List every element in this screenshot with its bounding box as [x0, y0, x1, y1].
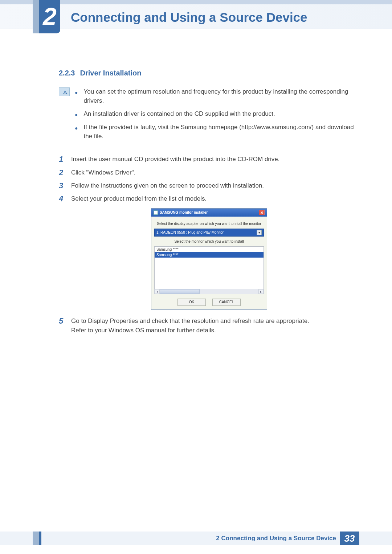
note-text: You can set the optimum resolution and f… [83, 87, 359, 105]
cancel-button[interactable]: CANCEL [212, 299, 241, 306]
step-4: 4 Select your product model from the lis… [59, 194, 359, 204]
scroll-left-icon[interactable]: ◂ [155, 289, 160, 294]
note-text: An installation driver is contained on t… [83, 110, 275, 119]
installer-screenshot: SAMSUNG monitor installer ✕ Select the d… [59, 208, 359, 310]
step-3: 3 Follow the instructions given on the s… [59, 181, 359, 190]
note-item: ● If the file provided is faulty, visit … [75, 123, 359, 141]
step-5: 5 Go to Display Properties and check tha… [59, 316, 359, 336]
page-number: 33 [340, 532, 359, 545]
bullet-icon: ● [75, 87, 78, 105]
note-text: If the file provided is faulty, visit th… [83, 123, 359, 141]
chevron-down-icon[interactable]: ▾ [257, 230, 262, 235]
scroll-track[interactable] [200, 289, 258, 294]
page-footer: 2 Connecting and Using a Source Device 3… [0, 532, 392, 545]
chapter-title: Connecting and Using a Source Device [71, 10, 307, 25]
step-text: Select your product model from the list … [71, 194, 359, 204]
horizontal-scrollbar[interactable]: ◂ ▸ [154, 289, 264, 294]
header-accent-bar [33, 0, 39, 33]
footer-chapter-label: 2 Connecting and Using a Source Device [216, 535, 336, 542]
installer-titlebar: SAMSUNG monitor installer ✕ [151, 209, 267, 217]
bullet-icon: ● [75, 110, 78, 119]
step-text: Click "Windows Driver". [71, 168, 359, 177]
note-list: ● You can set the optimum resolution and… [75, 87, 359, 145]
footer-accent-bar [33, 532, 39, 545]
step-list: 1 Insert the user manual CD provided wit… [59, 155, 359, 204]
window-system-icon [154, 210, 158, 215]
installer-adapter-label: Select the display adapter on which you … [154, 222, 264, 226]
section-heading: 2.2.3Driver Installation [59, 69, 359, 77]
note-block: ● You can set the optimum resolution and… [59, 87, 359, 145]
step-text: Insert the user manual CD provided with … [71, 155, 359, 164]
monitor-listbox[interactable]: Samsung **** Samsung **** [154, 246, 264, 289]
installer-title: SAMSUNG monitor installer [160, 210, 208, 214]
step-number: 3 [59, 181, 65, 190]
step-text: Follow the instructions given on the scr… [71, 181, 359, 190]
scroll-thumb[interactable] [160, 289, 200, 294]
step-2: 2 Click "Windows Driver". [59, 168, 359, 177]
step-1: 1 Insert the user manual CD provided wit… [59, 155, 359, 164]
step-number: 1 [59, 155, 65, 164]
list-item[interactable]: Samsung **** [155, 247, 264, 252]
list-item-selected[interactable]: Samsung **** [155, 252, 264, 258]
bullet-icon: ● [75, 123, 78, 141]
footer-accent-cap [39, 532, 41, 545]
chapter-number-badge: 2 [39, 0, 60, 33]
installer-window: SAMSUNG monitor installer ✕ Select the d… [151, 208, 267, 310]
installer-monitor-label: Select the monitor which you want to ins… [154, 239, 264, 243]
installer-button-row: OK CANCEL [154, 299, 264, 306]
adapter-selected-value: 1. RADEON 9550 : Plug and Play Monitor [156, 230, 224, 234]
note-icon [59, 87, 70, 96]
adapter-dropdown[interactable]: 1. RADEON 9550 : Plug and Play Monitor ▾ [154, 229, 264, 237]
close-icon[interactable]: ✕ [259, 210, 265, 215]
installer-body: Select the display adapter on which you … [151, 217, 267, 309]
step-text: Go to Display Properties and check that … [71, 316, 359, 336]
step-number: 5 [59, 316, 65, 336]
step-list-continued: 5 Go to Display Properties and check tha… [59, 316, 359, 336]
step-number: 4 [59, 194, 65, 204]
ok-button[interactable]: OK [177, 299, 206, 306]
note-item: ● An installation driver is contained on… [75, 110, 359, 119]
section-title: Driver Installation [80, 69, 141, 77]
note-item: ● You can set the optimum resolution and… [75, 87, 359, 105]
step-number: 2 [59, 168, 65, 177]
page-body: 2.2.3Driver Installation ● You can set t… [59, 69, 359, 339]
chapter-header: 2 Connecting and Using a Source Device [0, 4, 392, 29]
scroll-right-icon[interactable]: ▸ [258, 289, 264, 294]
section-number: 2.2.3 [59, 69, 75, 77]
